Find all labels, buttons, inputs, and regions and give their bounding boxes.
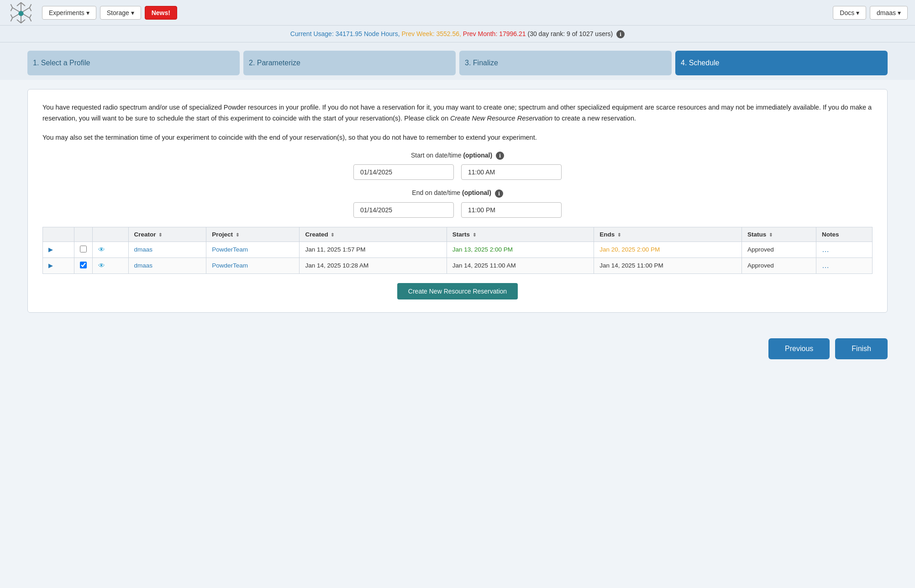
step-4-label: Schedule	[689, 59, 720, 67]
expand-cell-1[interactable]: ▶	[43, 242, 74, 257]
svg-point-15	[19, 11, 24, 16]
svg-line-10	[30, 14, 32, 18]
project-link-2[interactable]: PowderTeam	[212, 262, 248, 269]
svg-line-3	[17, 2, 21, 6]
info-paragraph-2: You may also set the termination time of…	[42, 132, 873, 143]
col-ends[interactable]: Ends ⇕	[594, 227, 742, 242]
docs-menu[interactable]: Docs ▾	[833, 6, 866, 20]
reservation-table: Creator ⇕ Project ⇕ Created ⇕ Starts ⇕ E…	[42, 227, 873, 274]
ends-value-1: Jan 20, 2025 2:00 PM	[599, 246, 660, 253]
row1-checkbox[interactable]	[80, 246, 87, 252]
news-button[interactable]: News!	[145, 6, 177, 20]
step-2-button[interactable]: 2. Parameterize	[243, 51, 456, 75]
notes-cell-2[interactable]: …	[816, 257, 872, 273]
col-status[interactable]: Status ⇕	[742, 227, 816, 242]
col-creator[interactable]: Creator ⇕	[128, 227, 206, 242]
main-content: You have requested radio spectrum and/or…	[0, 80, 915, 331]
row2-checkbox[interactable]	[80, 262, 87, 268]
create-btn-row: Create New Resource Reservation	[42, 283, 873, 299]
table-row: ▶ 👁 dmaas PowderTeam Jan 14, 2025 10:28 …	[43, 257, 873, 273]
creator-link-1[interactable]: dmaas	[134, 246, 153, 253]
status-cell-2: Approved	[742, 257, 816, 273]
usage-info-icon[interactable]: ℹ	[616, 30, 625, 38]
prev-month-usage: Prev Month: 17996.21	[463, 30, 526, 37]
nav-items: Experiments ▾ Storage ▾ News!	[42, 6, 833, 20]
step-1-label: Select a Profile	[41, 59, 90, 67]
navbar-right: Docs ▾ dmaas ▾	[833, 6, 908, 20]
notes-btn-2[interactable]: …	[822, 262, 830, 269]
start-time-input[interactable]	[461, 164, 562, 180]
start-info-icon[interactable]: ℹ	[496, 152, 504, 160]
step-4-button[interactable]: 4. Schedule	[675, 51, 888, 75]
info-text-2: to create a new reservation.	[552, 115, 636, 122]
col-project[interactable]: Project ⇕	[206, 227, 300, 242]
col-eye	[92, 227, 128, 242]
status-cell-1: Approved	[742, 242, 816, 257]
create-reservation-button[interactable]: Create New Resource Reservation	[397, 283, 518, 299]
project-cell-2: PowderTeam	[206, 257, 300, 273]
notes-btn-1[interactable]: …	[822, 246, 830, 253]
step-3-button[interactable]: 3. Finalize	[459, 51, 672, 75]
step-2-number: 2.	[249, 59, 257, 67]
eye-icon-1[interactable]: 👁	[98, 246, 105, 253]
step-1-number: 1.	[33, 59, 41, 67]
step-1-button[interactable]: 1. Select a Profile	[27, 51, 240, 75]
app-logo	[7, 0, 35, 26]
start-field-group: Start on date/time (optional) ℹ	[42, 152, 873, 180]
expand-cell-2[interactable]: ▶	[43, 257, 74, 273]
ends-cell-2: Jan 14, 2025 11:00 PM	[594, 257, 742, 273]
check-cell-2[interactable]	[74, 257, 92, 273]
eye-cell-2[interactable]: 👁	[92, 257, 128, 273]
svg-line-6	[21, 20, 25, 23]
svg-line-7	[11, 4, 13, 8]
rank-label: (30 day rank: 9 of 1027 users)	[527, 30, 613, 37]
content-box: You have requested radio spectrum and/or…	[27, 89, 888, 312]
expand-icon-1[interactable]: ▶	[48, 246, 53, 253]
created-cell-2: Jan 14, 2025 10:28 AM	[300, 257, 447, 273]
svg-line-4	[21, 2, 25, 6]
navbar: Experiments ▾ Storage ▾ News! Docs ▾ dma…	[0, 0, 915, 26]
created-cell-1: Jan 11, 2025 1:57 PM	[300, 242, 447, 257]
project-cell-1: PowderTeam	[206, 242, 300, 257]
end-label: End on date/time (optional) ℹ	[42, 189, 873, 197]
end-date-input[interactable]	[353, 202, 454, 218]
previous-button[interactable]: Previous	[768, 338, 830, 359]
eye-cell-1[interactable]: 👁	[92, 242, 128, 257]
expand-icon-2[interactable]: ▶	[48, 262, 53, 269]
svg-line-5	[17, 20, 21, 23]
experiments-menu[interactable]: Experiments ▾	[42, 6, 96, 20]
end-info-icon[interactable]: ℹ	[495, 189, 503, 198]
step-3-number: 3.	[465, 59, 473, 67]
starts-value-1: Jan 13, 2025 2:00 PM	[452, 246, 513, 253]
user-menu[interactable]: dmaas ▾	[870, 6, 908, 20]
info-paragraph-1: You have requested radio spectrum and/or…	[42, 102, 873, 124]
storage-menu[interactable]: Storage ▾	[100, 6, 141, 20]
col-expand	[43, 227, 74, 242]
end-field-row	[42, 202, 873, 218]
ends-cell-1: Jan 20, 2025 2:00 PM	[594, 242, 742, 257]
start-field-row	[42, 164, 873, 180]
table-row: ▶ 👁 dmaas PowderTeam Jan 11, 2025 1:57 P…	[43, 242, 873, 257]
project-link-1[interactable]: PowderTeam	[212, 246, 248, 253]
ends-value-2: Jan 14, 2025 11:00 PM	[599, 262, 663, 269]
check-cell-1[interactable]	[74, 242, 92, 257]
creator-cell-1: dmaas	[128, 242, 206, 257]
creator-cell-2: dmaas	[128, 257, 206, 273]
info-text-link: Create New Resource Reservation	[450, 115, 552, 122]
svg-line-14	[11, 14, 13, 18]
col-starts[interactable]: Starts ⇕	[447, 227, 594, 242]
creator-link-2[interactable]: dmaas	[134, 262, 153, 269]
eye-icon-2[interactable]: 👁	[98, 262, 105, 269]
current-usage: Current Usage: 34171.95 Node Hours,	[290, 30, 400, 37]
step-4-number: 4.	[681, 59, 689, 67]
start-date-input[interactable]	[353, 164, 454, 180]
starts-value-2: Jan 14, 2025 11:00 AM	[452, 262, 516, 269]
end-time-input[interactable]	[461, 202, 562, 218]
notes-cell-1[interactable]: …	[816, 242, 872, 257]
prev-week-usage: Prev Week: 3552.56,	[401, 30, 461, 37]
starts-cell-1: Jan 13, 2025 2:00 PM	[447, 242, 594, 257]
svg-line-8	[11, 7, 13, 11]
bottom-nav: Previous Finish	[0, 331, 915, 370]
col-created[interactable]: Created ⇕	[300, 227, 447, 242]
finish-button[interactable]: Finish	[835, 338, 888, 359]
